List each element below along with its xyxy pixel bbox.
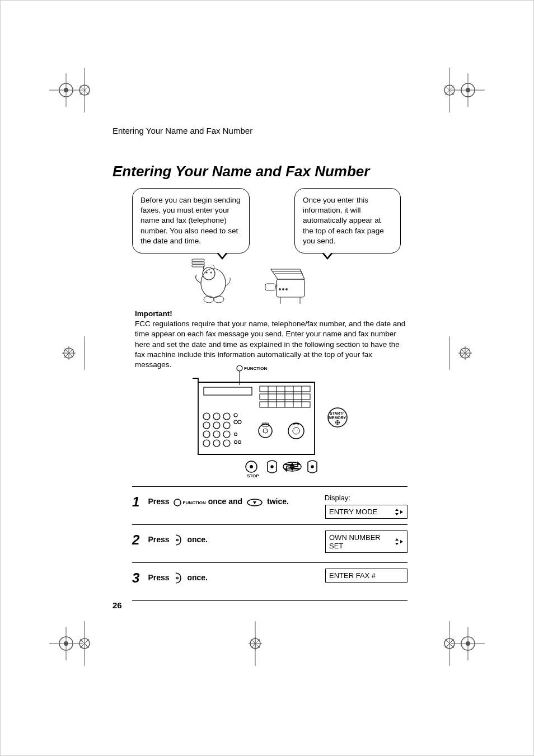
- svg-point-64: [282, 288, 284, 290]
- step-suffix: once.: [187, 573, 208, 582]
- svg-rect-54: [192, 265, 204, 267]
- svg-rect-56: [192, 259, 204, 261]
- speech-bubble-right: Once you enter this information, it will…: [294, 188, 401, 253]
- speech-bubbles: Before you can begin sending faxes, you …: [132, 188, 401, 253]
- bubble-right-text: Once you enter this information, it will…: [303, 196, 384, 245]
- mascot-carrying-icon: [185, 252, 241, 308]
- svg-marker-122: [395, 543, 399, 545]
- svg-point-50: [201, 269, 226, 298]
- step-3: 3 Press once. ENTER FAX #: [132, 562, 407, 601]
- svg-point-65: [285, 288, 288, 290]
- svg-point-53: [210, 272, 212, 274]
- step-mid: once and: [208, 497, 245, 506]
- step-prefix: Press: [148, 535, 171, 544]
- svg-marker-106: [291, 463, 294, 466]
- svg-point-68: [237, 365, 242, 371]
- registration-mark-br: [437, 621, 499, 666]
- svg-point-104: [271, 466, 273, 468]
- svg-marker-125: [176, 576, 177, 580]
- display-readout: ENTER FAX #: [325, 569, 407, 583]
- display-readout: ENTRY MODE: [325, 505, 407, 519]
- start-memory-label-2: MEMORY: [329, 416, 346, 420]
- svg-point-88: [203, 440, 210, 447]
- svg-rect-70: [204, 387, 252, 395]
- svg-point-83: [213, 422, 220, 429]
- registration-mark-tr: [437, 68, 499, 112]
- svg-marker-121: [395, 538, 399, 541]
- registration-mark-tl: [35, 68, 97, 112]
- svg-point-91: [234, 414, 237, 417]
- step-instruction: Press FUNCTION once and twice.: [148, 497, 288, 506]
- svg-point-96: [238, 441, 241, 444]
- svg-marker-120: [176, 538, 177, 542]
- down-nav-icon: [246, 498, 263, 507]
- svg-point-79: [203, 413, 210, 420]
- svg-point-98: [263, 429, 268, 433]
- svg-point-113: [174, 499, 181, 506]
- svg-point-81: [223, 413, 230, 420]
- step-prefix: Press: [148, 573, 171, 582]
- speech-bubble-left: Before you can begin sending faxes, you …: [132, 188, 250, 253]
- important-section: Important! FCC regulations require that …: [135, 309, 410, 370]
- bubble-left-text: Before you can begin sending faxes, you …: [140, 196, 241, 245]
- svg-point-63: [279, 288, 281, 290]
- steps-list: 1 Press FUNCTION once and twice. Display…: [132, 486, 407, 601]
- stop-label: STOP: [247, 473, 259, 478]
- svg-marker-107: [291, 467, 294, 470]
- svg-marker-116: [395, 509, 399, 511]
- svg-point-93: [238, 420, 241, 424]
- svg-point-82: [203, 422, 210, 429]
- svg-marker-123: [400, 540, 403, 543]
- step-number: 1: [132, 494, 146, 510]
- important-label: Important!: [135, 309, 410, 319]
- registration-mark-bc: [224, 621, 286, 666]
- display-readout: OWN NUMBER SET: [325, 530, 407, 553]
- svg-point-90: [223, 440, 230, 447]
- function-button-label: FUNCTION: [183, 500, 206, 505]
- svg-point-108: [311, 466, 313, 468]
- mascot-illustrations: [185, 252, 342, 311]
- step-suffix: once.: [187, 535, 208, 544]
- step-1: 1 Press FUNCTION once and twice. Display…: [132, 486, 407, 524]
- right-nav-icon: [174, 533, 184, 547]
- svg-point-92: [234, 420, 237, 424]
- step-2: 2 Press once. OWN NUMBER SET: [132, 524, 407, 562]
- step-instruction: Press once.: [148, 533, 208, 547]
- svg-point-84: [223, 422, 230, 429]
- step-number: 3: [132, 570, 146, 586]
- svg-rect-55: [192, 262, 204, 264]
- registration-mark-bl: [35, 621, 97, 666]
- svg-rect-62: [265, 284, 275, 290]
- step-prefix: Press: [148, 497, 171, 506]
- up-down-right-arrows-icon: [394, 508, 404, 516]
- start-memory-label-1: START/: [330, 411, 344, 415]
- page: Entering Your Name and Fax Number Enteri…: [0, 0, 534, 756]
- svg-point-58: [214, 296, 224, 303]
- svg-point-52: [206, 272, 208, 274]
- control-panel-diagram: FUNCTION: [188, 363, 352, 483]
- running-header: Entering Your Name and Fax Number: [113, 126, 252, 135]
- up-down-right-arrows-icon: [394, 538, 404, 546]
- mascot-fax-machine-icon: [261, 252, 317, 308]
- display-text: ENTER FAX #: [329, 571, 376, 580]
- right-nav-icon: [174, 571, 184, 585]
- svg-point-95: [235, 441, 237, 444]
- svg-marker-117: [395, 513, 399, 515]
- svg-rect-59: [277, 279, 305, 297]
- function-label: FUNCTION: [244, 366, 268, 371]
- page-title: Entering Your Name and Fax Number: [113, 163, 369, 180]
- registration-mark-ml: [35, 336, 97, 370]
- step-instruction: Press once.: [148, 571, 208, 585]
- page-number: 26: [113, 600, 122, 610]
- svg-point-86: [213, 431, 220, 438]
- display-text: ENTRY MODE: [329, 508, 377, 516]
- svg-point-87: [223, 431, 230, 438]
- display-label: Display:: [325, 494, 350, 502]
- svg-point-80: [213, 413, 220, 420]
- svg-point-89: [213, 440, 220, 447]
- svg-point-101: [293, 428, 299, 434]
- step-suffix: twice.: [267, 497, 289, 506]
- step-number: 2: [132, 532, 146, 548]
- svg-point-100: [288, 423, 304, 439]
- registration-mark-mr: [437, 336, 499, 370]
